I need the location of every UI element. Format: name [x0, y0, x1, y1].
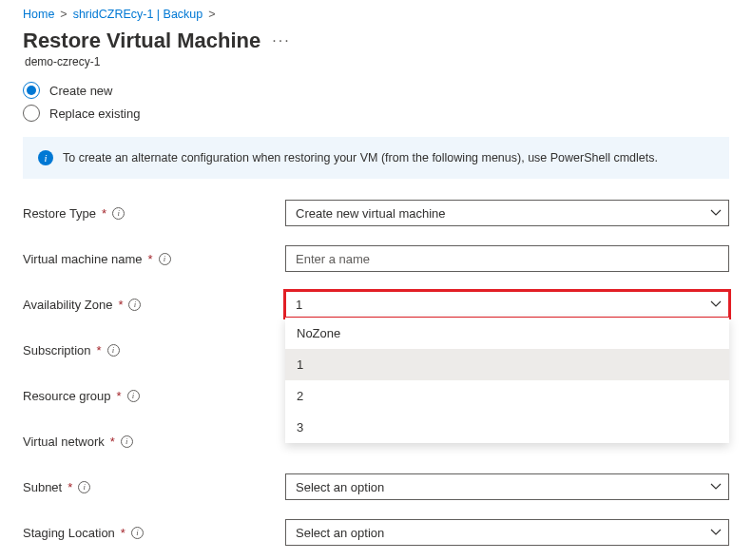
- radio-icon: [23, 105, 40, 122]
- select-value: Select an option: [296, 526, 384, 540]
- required-icon: *: [148, 252, 153, 266]
- dropdown-option-2[interactable]: 2: [285, 380, 729, 412]
- dropdown-option-1[interactable]: 1: [285, 349, 729, 380]
- staging-location-select[interactable]: Select an option: [285, 519, 729, 546]
- staging-location-label: Staging Location: [23, 526, 115, 540]
- required-icon: *: [118, 298, 123, 312]
- help-icon[interactable]: i: [131, 527, 144, 539]
- info-text: To create an alternate configuration whe…: [63, 151, 658, 164]
- restore-type-label: Restore Type: [23, 206, 96, 221]
- help-icon[interactable]: i: [112, 207, 125, 220]
- required-icon: *: [121, 526, 125, 540]
- select-value: Create new virtual machine: [296, 206, 446, 221]
- radio-create-new[interactable]: Create new: [23, 82, 729, 99]
- radio-replace-existing[interactable]: Replace existing: [23, 105, 729, 122]
- select-value: 1: [296, 298, 302, 312]
- breadcrumb-backup[interactable]: shridCZREcy-1 | Backup: [73, 8, 203, 21]
- required-icon: *: [117, 389, 122, 403]
- restore-type-select[interactable]: Create new virtual machine: [285, 200, 729, 226]
- help-icon[interactable]: i: [128, 299, 141, 311]
- help-icon[interactable]: i: [78, 481, 90, 493]
- subnet-select[interactable]: Select an option: [285, 473, 729, 500]
- resource-group-label: Resource group: [23, 389, 111, 403]
- radio-label: Create new: [49, 84, 112, 98]
- page-subtitle: demo-czrecy-1: [25, 55, 729, 68]
- virtual-network-label: Virtual network: [23, 434, 105, 449]
- chevron-right-icon: >: [208, 8, 215, 21]
- subnet-label: Subnet: [23, 480, 62, 494]
- chevron-right-icon: >: [60, 8, 67, 21]
- required-icon: *: [67, 480, 72, 494]
- help-icon[interactable]: i: [121, 435, 133, 448]
- page-title: Restore Virtual Machine: [23, 29, 260, 53]
- more-actions-icon[interactable]: ···: [272, 27, 290, 49]
- help-icon[interactable]: i: [127, 390, 140, 402]
- required-icon: *: [97, 343, 102, 357]
- info-icon: i: [38, 150, 53, 165]
- breadcrumb: Home > shridCZREcy-1 | Backup >: [23, 0, 729, 21]
- dropdown-option-3[interactable]: 3: [285, 412, 729, 443]
- breadcrumb-home[interactable]: Home: [23, 8, 54, 21]
- select-value: Select an option: [296, 480, 384, 494]
- vm-name-input[interactable]: Enter a name: [285, 245, 729, 272]
- required-icon: *: [110, 434, 115, 449]
- availability-zone-label: Availability Zone: [23, 298, 112, 312]
- dropdown-option-nozone[interactable]: NoZone: [285, 318, 729, 349]
- availability-zone-dropdown: NoZone 1 2 3: [285, 318, 729, 443]
- help-icon[interactable]: i: [107, 344, 120, 357]
- help-icon[interactable]: i: [159, 253, 171, 265]
- vm-name-label: Virtual machine name: [23, 252, 143, 266]
- radio-label: Replace existing: [49, 106, 140, 121]
- info-banner: i To create an alternate configuration w…: [23, 137, 729, 179]
- availability-zone-select[interactable]: 1: [285, 291, 729, 318]
- radio-icon: [23, 82, 40, 99]
- required-icon: *: [102, 206, 106, 221]
- subscription-label: Subscription: [23, 343, 91, 357]
